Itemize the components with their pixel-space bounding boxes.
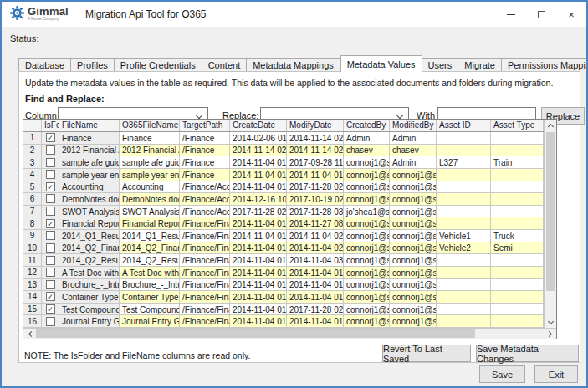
grid-cell-targetpath[interactable]: /Finance [180, 169, 230, 181]
save-button[interactable]: Save [479, 365, 525, 383]
grid-cell-asset-id[interactable]: Vehicle2 [437, 242, 491, 255]
grid-cell-asset-type[interactable] [491, 217, 544, 230]
grid-cell-modifiedby[interactable]: connorj1@strate... [390, 304, 437, 316]
row-number-cell[interactable]: 7 [23, 206, 42, 218]
grid-cell-asset-id[interactable] [437, 279, 491, 292]
grid-cell-modifydate[interactable]: 2014-11-04 02:5... [287, 230, 344, 242]
isfol-checkbox[interactable] [46, 256, 55, 265]
grid-cell-modifydate[interactable]: 2014-11-04 01:4... [287, 291, 344, 304]
vertical-scroll-thumb[interactable] [546, 132, 555, 291]
grid-cell-modifydate[interactable]: 2014-11-27 08:1... [287, 217, 344, 230]
grid-cell-asset-type[interactable] [491, 206, 544, 218]
column-header-isfol[interactable]: IsFol [42, 120, 59, 131]
grid-cell-createdate[interactable]: 2014-02-06 01:4... [230, 132, 287, 145]
tab-metadata-mappings[interactable]: Metadata Mappings [247, 58, 340, 72]
grid-cell-modifiedby[interactable]: connorj1@strate... [390, 206, 437, 218]
grid-cell-modifydate[interactable]: 2014-11-14 02:3... [287, 132, 344, 145]
row-number-cell[interactable]: 8 [23, 217, 42, 230]
grid-cell-createdby[interactable]: connorj1@strate... [344, 279, 390, 292]
grid-cell-createdate[interactable]: 2017-11-28 02:2... [230, 206, 287, 218]
row-number-cell[interactable]: 6 [23, 193, 42, 206]
grid-cell-asset-type[interactable] [491, 254, 544, 267]
grid-cell-createdate[interactable]: 2014-11-04 01:3... [230, 156, 287, 169]
grid-cell-asset-id[interactable] [437, 206, 491, 218]
grid-cell-asset-type[interactable]: Truck [491, 230, 544, 242]
column-header-o365filename[interactable]: O365FileName [120, 120, 180, 131]
grid-cell-asset-id[interactable] [437, 181, 491, 194]
grid-cell-createdate[interactable]: 2014-12-16 10:4... [230, 193, 287, 206]
vertical-scrollbar[interactable] [544, 120, 556, 328]
scroll-up-icon[interactable] [545, 120, 556, 131]
grid-cell-createdby[interactable]: connorj1@strate... [344, 156, 390, 169]
grid-cell-o365filename[interactable]: A Test Doc with I... [120, 267, 180, 279]
horizontal-scroll-thumb[interactable] [36, 329, 475, 338]
grid-cell-modifiedby[interactable]: connorj1@strate... [390, 291, 437, 304]
grid-cell-createdby[interactable]: connorj1@strate... [344, 242, 390, 255]
grid-cell-targetpath[interactable]: /Finance/Financi... [180, 267, 230, 279]
grid-cell-asset-id[interactable] [437, 291, 491, 304]
isfol-checkbox[interactable] [46, 231, 55, 240]
row-number-cell[interactable]: 3 [23, 156, 42, 169]
grid-cell-targetpath[interactable]: /Finance [180, 132, 230, 145]
isfol-checkbox[interactable] [46, 194, 55, 203]
grid-cell-asset-id[interactable]: L327 [437, 156, 491, 169]
grid-cell-modifydate[interactable]: 2014-11-04 01:4... [287, 279, 344, 292]
grid-cell-createdby[interactable]: Admin [344, 132, 390, 145]
grid-cell-modifydate[interactable]: 2017-11-28 03:0... [287, 206, 344, 218]
grid-cell-createdate[interactable]: 2014-11-04 01:3... [230, 217, 287, 230]
column-header-createdate[interactable]: CreateDate [230, 120, 287, 131]
grid-cell-modifiedby[interactable]: connorj1@strate... [390, 242, 437, 255]
grid-cell-createdate[interactable]: 2014-11-04 01:4... [230, 267, 287, 279]
grid-cell-o365filename[interactable]: 2014_Q2_Financ... [120, 242, 180, 255]
isfol-checkbox[interactable]: ✓ [46, 292, 55, 301]
row-number-cell[interactable]: 4 [23, 169, 42, 181]
isfol-checkbox[interactable]: ✓ [46, 182, 55, 191]
grid-cell-asset-id[interactable] [437, 193, 491, 206]
row-number-cell[interactable]: 12 [23, 267, 42, 279]
grid-cell-asset-type[interactable] [491, 279, 544, 292]
isfol-checkbox[interactable] [46, 170, 55, 179]
isfol-checkbox[interactable] [46, 207, 55, 216]
grid-cell-createdate[interactable]: 2014-11-04 01:3... [230, 169, 287, 181]
grid-cell-createdby[interactable]: connorj1@strate... [344, 181, 390, 194]
grid-cell-createdby[interactable]: jo'shea1@strateg... [344, 206, 390, 218]
tab-metadata-values[interactable]: Metadata Values [340, 55, 422, 72]
grid-cell-targetpath[interactable]: /Finance/Financi... [180, 242, 230, 255]
row-number-cell[interactable]: 9 [23, 230, 42, 242]
row-number-cell[interactable]: 10 [23, 242, 42, 255]
grid-cell-targetpath[interactable]: /Finance/Financi... [180, 254, 230, 267]
grid-cell-modifydate[interactable]: 2017-11-28 02:2... [287, 304, 344, 316]
row-number-cell[interactable]: 5 [23, 181, 42, 194]
grid-cell-modifydate[interactable]: 2014-11-04 02:5... [287, 242, 344, 255]
grid-cell-modifiedby[interactable]: connorj1@strate... [390, 193, 437, 206]
grid-cell-modifiedby[interactable]: chasev [390, 145, 437, 157]
grid-cell-o365filename[interactable]: 2014_Q2_Result... [120, 254, 180, 267]
column-header-targetpath[interactable]: TargetPath [180, 120, 230, 131]
grid-cell-createdby[interactable]: connorj1@strate... [344, 169, 390, 181]
grid-cell-createdby[interactable]: connorj1@strate... [344, 230, 390, 242]
grid-cell-modifydate[interactable]: 2014-11-14 02:3... [287, 145, 344, 157]
grid-cell-createdate[interactable]: 2014-11-04 01:4... [230, 304, 287, 316]
grid-cell-asset-type[interactable]: Semi [491, 242, 544, 255]
grid-cell-targetpath[interactable]: /Finance/Accou... [180, 181, 230, 194]
column-header-createdby[interactable]: CreatedBy [344, 120, 390, 131]
grid-cell-modifiedby[interactable]: connorj1@strate... [390, 315, 437, 328]
grid-cell-modifiedby[interactable]: Admin [390, 132, 437, 145]
revert-to-last-saved-button[interactable]: Revert To Last Saved [382, 345, 471, 362]
close-button[interactable]: × [556, 2, 586, 27]
column-header-filename[interactable]: FileName [59, 120, 120, 131]
grid-cell-asset-type[interactable] [491, 132, 544, 145]
tab-database[interactable]: Database [18, 58, 71, 72]
grid-cell-o365filename[interactable]: Container Type E... [120, 291, 180, 304]
grid-cell-asset-type[interactable] [491, 145, 544, 157]
scroll-right-icon[interactable] [544, 329, 556, 339]
grid-cell-createdate[interactable]: 2014-11-04 01:4... [230, 254, 287, 267]
grid-cell-o365filename[interactable]: Test Compound ... [120, 304, 180, 316]
grid-cell-createdby[interactable]: connorj1@strate... [344, 291, 390, 304]
grid-cell-createdby[interactable]: connorj1@strate... [344, 193, 390, 206]
grid-cell-createdby[interactable]: chasev [344, 145, 390, 157]
column-header-modifiedby[interactable]: ModifiedBy [390, 120, 437, 131]
column-header-asset-id[interactable]: Asset ID [437, 120, 491, 131]
grid-cell-targetpath[interactable]: /Finance/Financi... [180, 217, 230, 230]
grid-cell-createdby[interactable]: connorj1@strate... [344, 315, 390, 328]
